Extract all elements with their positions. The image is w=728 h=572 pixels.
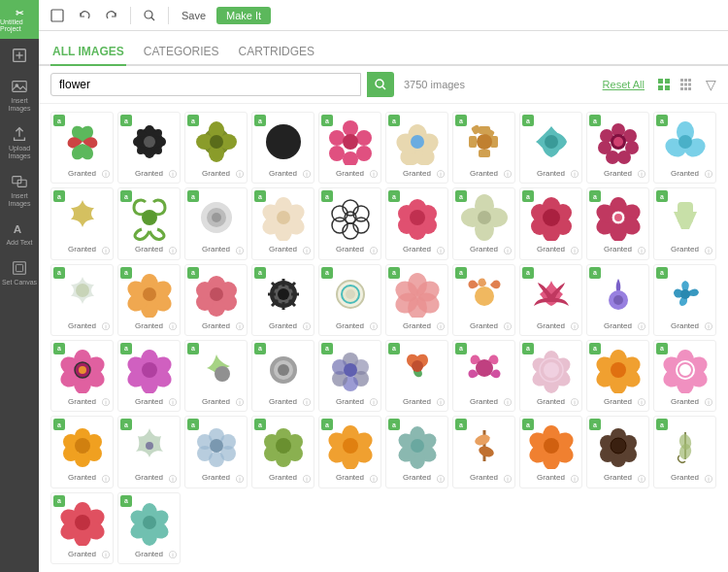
image-cell[interactable]: a Granted ⓘ [50, 340, 114, 412]
cell-info-icon[interactable]: ⓘ [504, 246, 512, 256]
redo-btn[interactable] [101, 5, 122, 26]
image-cell[interactable]: a Granted ⓘ [653, 264, 716, 336]
undo-btn[interactable] [74, 5, 95, 26]
cell-info-icon[interactable]: ⓘ [571, 397, 579, 408]
cell-info-icon[interactable]: ⓘ [638, 321, 645, 332]
cell-info-icon[interactable]: ⓘ [638, 246, 645, 256]
image-cell[interactable]: a Granted ⓘ [50, 112, 114, 184]
image-cell[interactable]: a Granted ⓘ [50, 492, 114, 564]
tab-categories[interactable]: CATEGORIES [142, 39, 221, 66]
tab-cartridges[interactable]: CARTRIDGES [237, 39, 316, 66]
cell-info-icon[interactable]: ⓘ [102, 474, 110, 485]
cell-info-icon[interactable]: ⓘ [102, 321, 110, 332]
image-cell[interactable]: a Granted ⓘ [519, 187, 582, 259]
cell-info-icon[interactable]: ⓘ [571, 474, 579, 485]
image-cell[interactable]: a Granted ⓘ [653, 112, 716, 184]
cell-info-icon[interactable]: ⓘ [504, 474, 512, 485]
image-cell[interactable]: a Granted ⓘ [385, 264, 448, 336]
image-cell[interactable]: a Granted ⓘ [251, 264, 314, 336]
cell-info-icon[interactable]: ⓘ [638, 169, 645, 180]
image-cell[interactable]: a Granted ⓘ [117, 264, 181, 336]
cell-info-icon[interactable]: ⓘ [437, 246, 445, 256]
cell-info-icon[interactable]: ⓘ [102, 397, 110, 408]
cell-info-icon[interactable]: ⓘ [437, 474, 445, 485]
cell-info-icon[interactable]: ⓘ [504, 397, 512, 408]
cell-info-icon[interactable]: ⓘ [370, 474, 378, 485]
image-cell[interactable]: a Granted ⓘ [184, 264, 248, 336]
image-cell[interactable]: a Granted ⓘ [184, 112, 248, 184]
image-cell[interactable]: a Granted ⓘ [452, 340, 515, 412]
grid-view-btn[interactable] [654, 75, 674, 94]
save-text-btn[interactable]: Save [177, 8, 211, 23]
image-cell[interactable]: a Granted ⓘ [653, 340, 716, 412]
cell-info-icon[interactable]: ⓘ [102, 169, 110, 180]
image-cell[interactable]: a Granted ⓘ [50, 264, 114, 336]
sidebar-item-upload[interactable]: Upload Images [0, 118, 39, 165]
image-cell[interactable]: a Granted ⓘ [519, 264, 582, 336]
list-view-btn[interactable] [677, 75, 696, 94]
cell-info-icon[interactable]: ⓘ [370, 169, 378, 180]
cell-info-icon[interactable]: ⓘ [169, 474, 177, 485]
image-cell[interactable]: a Granted ⓘ [586, 416, 649, 488]
image-cell[interactable]: a Granted ⓘ [586, 264, 649, 336]
image-cell[interactable]: a Granted ⓘ [117, 416, 181, 488]
image-cell[interactable]: a Granted ⓘ [117, 340, 181, 412]
image-cell[interactable]: a Granted ⓘ [519, 416, 582, 488]
cell-info-icon[interactable]: ⓘ [705, 321, 712, 332]
image-cell[interactable]: a Granted ⓘ [452, 264, 515, 336]
image-cell[interactable]: a Granted ⓘ [50, 416, 114, 488]
cell-info-icon[interactable]: ⓘ [236, 246, 244, 256]
sidebar-item-new[interactable] [0, 39, 39, 70]
cell-info-icon[interactable]: ⓘ [370, 321, 378, 332]
cell-info-icon[interactable]: ⓘ [504, 321, 512, 332]
image-cell[interactable]: a Granted ⓘ [586, 187, 649, 259]
make-it-btn[interactable]: Make It [216, 7, 271, 24]
image-cell[interactable]: a Granted ⓘ [251, 340, 314, 412]
image-cell[interactable]: a Granted ⓘ [251, 112, 314, 184]
image-cell[interactable]: a Granted ⓘ [385, 340, 448, 412]
search-button[interactable] [367, 72, 394, 97]
cell-info-icon[interactable]: ⓘ [303, 169, 311, 180]
cell-info-icon[interactable]: ⓘ [236, 321, 244, 332]
cell-info-icon[interactable]: ⓘ [169, 321, 177, 332]
cell-info-icon[interactable]: ⓘ [370, 246, 378, 256]
search-input[interactable] [50, 73, 361, 96]
new-toolbar-btn[interactable] [47, 5, 68, 26]
cell-info-icon[interactable]: ⓘ [169, 397, 177, 408]
image-cell[interactable]: a Granted ⓘ [452, 416, 515, 488]
image-cell[interactable]: a Granted ⓘ [385, 416, 448, 488]
filter-icon[interactable]: ▽ [706, 77, 716, 92]
image-cell[interactable]: a Granted ⓘ [519, 112, 582, 184]
cell-info-icon[interactable]: ⓘ [437, 321, 445, 332]
image-cell[interactable]: a Granted ⓘ [452, 187, 515, 259]
cell-info-icon[interactable]: ⓘ [705, 246, 712, 256]
cell-info-icon[interactable]: ⓘ [303, 246, 311, 256]
image-cell[interactable]: a Granted ⓘ [251, 187, 314, 259]
cell-info-icon[interactable]: ⓘ [571, 169, 579, 180]
cell-info-icon[interactable]: ⓘ [705, 169, 712, 180]
cell-info-icon[interactable]: ⓘ [303, 474, 311, 485]
cell-info-icon[interactable]: ⓘ [169, 246, 177, 256]
image-cell[interactable]: a Granted ⓘ [184, 416, 248, 488]
cell-info-icon[interactable]: ⓘ [571, 246, 579, 256]
cell-info-icon[interactable]: ⓘ [705, 474, 712, 485]
cell-info-icon[interactable]: ⓘ [571, 321, 579, 332]
cell-info-icon[interactable]: ⓘ [102, 550, 110, 560]
image-cell[interactable]: a Granted ⓘ [653, 416, 716, 488]
cell-info-icon[interactable]: ⓘ [169, 169, 177, 180]
zoom-btn[interactable] [139, 5, 160, 26]
image-cell[interactable]: a Granted ⓘ [452, 112, 515, 184]
cell-info-icon[interactable]: ⓘ [437, 397, 445, 408]
cell-info-icon[interactable]: ⓘ [169, 550, 177, 560]
cell-info-icon[interactable]: ⓘ [504, 169, 512, 180]
image-cell[interactable]: a Granted ⓘ [318, 264, 381, 336]
image-cell[interactable]: a Granted ⓘ [519, 340, 582, 412]
image-cell[interactable]: a Granted ⓘ [117, 187, 181, 259]
image-cell[interactable]: a Granted ⓘ [653, 187, 716, 259]
image-cell[interactable]: a Granted ⓘ [318, 340, 381, 412]
cell-info-icon[interactable]: ⓘ [303, 321, 311, 332]
image-cell[interactable]: a Granted ⓘ [184, 340, 248, 412]
cell-info-icon[interactable]: ⓘ [705, 397, 712, 408]
image-cell[interactable]: a Granted ⓘ [586, 340, 649, 412]
cell-info-icon[interactable]: ⓘ [370, 397, 378, 408]
